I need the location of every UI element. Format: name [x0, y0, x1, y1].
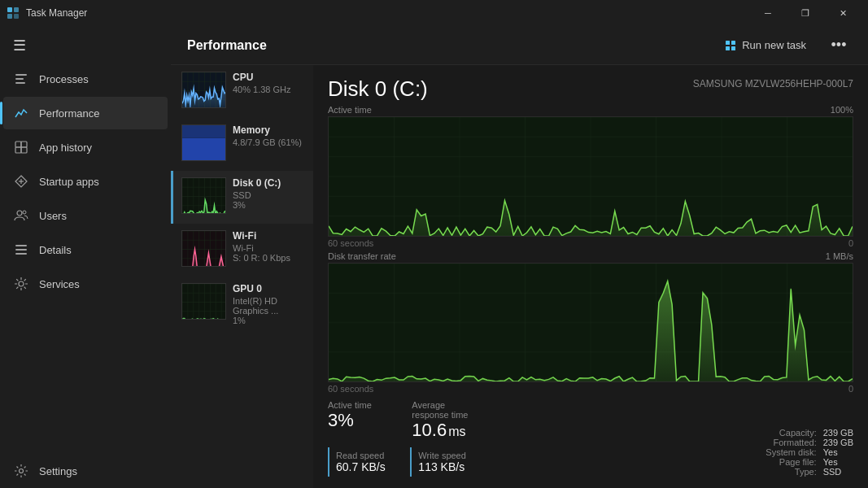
window-controls: ─ ❐ ✕ [749, 0, 861, 26]
svg-rect-0 [7, 7, 12, 12]
svg-rect-4 [15, 74, 27, 76]
detail-model: SAMSUNG MZVLW256HEHP-000L7 [693, 78, 853, 89]
svg-point-19 [20, 469, 24, 473]
transfer-rate-max: 1 MB/s [826, 251, 853, 261]
active-time-chart-section: Active time 100% 60 seconds 0 [328, 105, 853, 248]
read-speed-value: 60.7 KB/s [336, 460, 390, 473]
avg-response-stat: Average response time 10.6ms [412, 400, 479, 441]
content-area: Performance Run new task ••• [171, 26, 868, 488]
active-time-header: Active time 100% [328, 105, 853, 115]
disk-name: Disk 0 (C:) [233, 177, 305, 189]
active-time-stat-value: 3% [328, 410, 395, 431]
gpu-thumbnail [181, 283, 226, 320]
memory-name: Memory [233, 124, 305, 136]
sidebar-item-details[interactable]: Details [3, 233, 168, 266]
bottom-stats-section: Active time 3% Average response time 10.… [328, 394, 853, 477]
left-stats: Active time 3% Average response time 10.… [328, 394, 480, 477]
processes-icon [13, 71, 29, 87]
active-time-label: Active time [328, 105, 372, 115]
capacity-value: 239 GB [823, 428, 853, 438]
page-file-label: Page file: [765, 457, 816, 467]
toolbar-actions: Run new task ••• [718, 33, 852, 59]
hamburger-menu-button[interactable]: ☰ [0, 29, 171, 62]
performance-toolbar: Performance Run new task ••• [171, 26, 868, 65]
sidebar-item-app-history[interactable]: App history [3, 131, 168, 163]
cpu-sub: 40% 1.38 GHz [233, 85, 305, 94]
charts-area: Active time 100% 60 seconds 0 [328, 105, 853, 394]
device-item-cpu[interactable]: CPU 40% 1.38 GHz [171, 65, 313, 118]
type-label: Type: [765, 467, 816, 477]
more-options-button[interactable]: ••• [826, 33, 852, 59]
svg-rect-1 [14, 7, 19, 12]
system-disk-label: System disk: [765, 447, 816, 457]
type-value: SSD [823, 467, 853, 477]
run-new-task-button[interactable]: Run new task [718, 36, 813, 55]
performance-area: CPU 40% 1.38 GHz Memory 4.8/7.9 GB (61%) [171, 65, 868, 488]
svg-rect-15 [15, 245, 27, 246]
details-icon [13, 242, 29, 258]
memory-thumbnail [181, 124, 226, 161]
svg-rect-7 [15, 142, 21, 147]
svg-rect-6 [15, 82, 25, 84]
cpu-thumbnail [181, 72, 226, 108]
minimize-button[interactable]: ─ [749, 0, 787, 26]
write-speed-item: Write speed 113 KB/s [410, 447, 479, 477]
disk-val: 3% [233, 200, 305, 210]
detail-panel: Disk 0 (C:) SAMSUNG MZVLW256HEHP-000L7 A… [313, 65, 868, 488]
wifi-info: Wi-Fi Wi-Fi S: 0 R: 0 Kbps [233, 230, 305, 270]
transfer-rate-duration: 60 seconds [328, 384, 373, 394]
maximize-button[interactable]: ❐ [787, 0, 824, 26]
device-item-gpu0[interactable]: GPU 0 Intel(R) HD Graphics ... 1% [171, 277, 313, 329]
svg-rect-10 [21, 147, 27, 153]
sidebar-item-performance-label: Performance [39, 107, 99, 120]
hamburger-icon: ☰ [13, 37, 26, 54]
sidebar-item-processes[interactable]: Processes [3, 63, 168, 95]
stats-row: Active time 3% Average response time 10.… [328, 400, 480, 441]
device-item-disk0[interactable]: Disk 0 (C:) SSD 3% [171, 171, 313, 224]
read-speed-label: Read speed [336, 451, 390, 460]
close-button[interactable]: ✕ [824, 0, 861, 26]
svg-rect-17 [15, 253, 27, 255]
sidebar-item-startup-apps[interactable]: Startup apps [3, 165, 168, 198]
capacity-label: Capacity: [765, 428, 816, 438]
active-time-max: 100% [831, 105, 853, 115]
formatted-value: 239 GB [823, 438, 853, 447]
sidebar-item-performance[interactable]: Performance [3, 97, 168, 129]
disk-thumbnail [181, 177, 226, 214]
app-body: ☰ Processes Performance App history Star [0, 26, 868, 488]
avg-response-unit: ms [448, 425, 465, 438]
run-new-task-label: Run new task [742, 39, 806, 51]
sidebar-item-services[interactable]: Services [3, 268, 168, 300]
svg-rect-23 [731, 46, 735, 50]
write-speed-label: Write speed [418, 451, 473, 460]
svg-rect-16 [15, 249, 27, 251]
gpu-val: 1% [233, 316, 305, 325]
active-time-min: 0 [848, 238, 853, 248]
device-item-memory[interactable]: Memory 4.8/7.9 GB (61%) [171, 118, 313, 171]
disk-sub: SSD [233, 190, 305, 200]
detail-title-section: Disk 0 (C:) [328, 76, 428, 102]
performance-title: Performance [187, 38, 267, 53]
active-time-stat-label: Active time [328, 400, 395, 410]
wifi-name: Wi-Fi [233, 230, 305, 242]
sidebar-item-settings[interactable]: Settings [3, 455, 168, 487]
gpu-info: GPU 0 Intel(R) HD Graphics ... 1% [233, 283, 305, 323]
sidebar-item-settings-label: Settings [39, 465, 77, 477]
window-title: Task Manager [26, 7, 87, 19]
device-item-wifi[interactable]: Wi-Fi Wi-Fi S: 0 R: 0 Kbps [171, 224, 313, 277]
sidebar-spacer [0, 301, 171, 454]
svg-rect-22 [726, 46, 730, 50]
svg-rect-20 [726, 41, 730, 45]
detail-header: Disk 0 (C:) SAMSUNG MZVLW256HEHP-000L7 [328, 76, 853, 102]
sidebar-item-users-label: Users [39, 210, 67, 222]
run-task-icon [724, 39, 737, 52]
performance-icon [13, 105, 29, 121]
settings-icon [13, 463, 29, 479]
formatted-label: Formatted: [765, 438, 816, 447]
sidebar: ☰ Processes Performance App history Star [0, 26, 171, 488]
active-time-footer: 60 seconds 0 [328, 238, 853, 248]
sidebar-item-users[interactable]: Users [3, 199, 168, 232]
device-list: CPU 40% 1.38 GHz Memory 4.8/7.9 GB (61%) [171, 65, 313, 488]
app-icon [7, 7, 20, 20]
avg-response-label: Average response time [412, 400, 479, 420]
